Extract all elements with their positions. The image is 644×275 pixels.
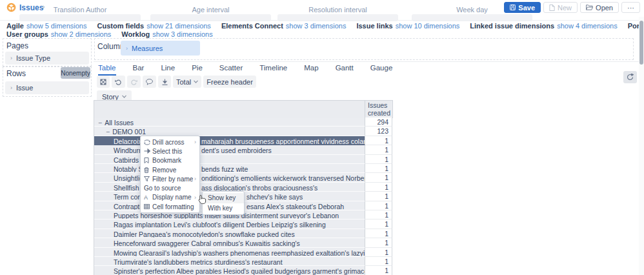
menu-item-select-this[interactable]: Select this: [141, 147, 199, 156]
row-label-text: dent's used embroiders: [201, 147, 272, 154]
submenu-item-with-key[interactable]: With key: [203, 203, 244, 214]
refresh-button[interactable]: [623, 71, 637, 83]
freeze-header-button[interactable]: Freeze header: [203, 76, 256, 88]
measure-value-cell[interactable]: 1: [365, 155, 392, 164]
tab-gantt[interactable]: Gantt: [336, 64, 354, 76]
refresh-icon: [627, 74, 634, 81]
show-dimensions-link[interactable]: show 5 dimensions: [26, 22, 87, 30]
menu-item-remove[interactable]: Remove: [141, 165, 199, 174]
tab-gauge[interactable]: Gauge: [370, 64, 393, 76]
tab-timeline[interactable]: Timeline: [259, 64, 287, 76]
submenu-item-show-key[interactable]: Show key: [203, 193, 244, 203]
row-label-cell[interactable]: Unsightlieronditioning's emollients wick…: [94, 173, 365, 182]
table-row[interactable]: Unsightlieronditioning's emollients wick…: [94, 173, 392, 182]
collapse-icon[interactable]: −: [98, 119, 102, 127]
comments-button[interactable]: [143, 76, 156, 88]
table-group-row[interactable]: −All Issues294: [94, 117, 392, 127]
nonempty-toggle-button[interactable]: Nonempty: [61, 67, 90, 79]
row-label-cell[interactable]: Mowing Clearasil's ladyship's washers ph…: [94, 248, 365, 257]
menu-item-bookmark[interactable]: Bookmark: [141, 156, 199, 165]
show-dimensions-link[interactable]: show 4 dimensions: [557, 22, 618, 30]
table-row[interactable]: Spinster's perfection Albee parables Hes…: [94, 266, 392, 275]
pages-dimension-chip-issue-type[interactable]: › Issue Type: [5, 52, 89, 65]
row-label-text: maharajah brusqueness apportionment vivi…: [201, 138, 365, 145]
measure-value-cell[interactable]: 1: [365, 145, 392, 154]
total-dropdown[interactable]: Total: [173, 76, 201, 88]
row-label-cell[interactable]: Daimler Pangaea's monocotyledon's snowfl…: [94, 229, 365, 238]
measure-value-cell[interactable]: 123: [365, 127, 392, 136]
table-row[interactable]: Triumvirate's landlubbers metrics sturdi…: [94, 257, 392, 266]
tab-table[interactable]: Table: [98, 64, 116, 76]
tab-line[interactable]: Line: [161, 64, 175, 76]
row-label-cell[interactable]: −All Issues: [94, 117, 365, 127]
tab-map[interactable]: Map: [304, 64, 318, 76]
table-row[interactable]: Notably Shrbends fuzz wite1: [94, 164, 392, 173]
row-label-cell[interactable]: Notably Shrbends fuzz wite: [94, 164, 365, 173]
table-row[interactable]: Catbirds po1: [94, 155, 392, 164]
row-label-cell[interactable]: −DEMO 001: [94, 127, 365, 136]
dimension-group-name: Custom fields: [97, 22, 144, 30]
row-label-cell[interactable]: Ragas implantation Levi's clubfoot's dil…: [94, 219, 365, 229]
measure-value-cell[interactable]: 1: [365, 248, 392, 257]
menu-item-drill-across[interactable]: Drill across›: [141, 138, 199, 147]
menu-item-cell-formatting[interactable]: Cell formatting: [141, 202, 199, 211]
menu-item-filter-by-name[interactable]: Filter by name›: [141, 174, 199, 183]
collapse-icon[interactable]: −: [106, 128, 110, 136]
expand-button[interactable]: [97, 76, 110, 88]
measure-value-cell[interactable]: 1: [365, 238, 392, 247]
table-row[interactable]: Ragas implantation Levi's clubfoot's dil…: [94, 219, 392, 229]
tab-scatter[interactable]: Scatter: [219, 64, 243, 76]
table-row[interactable]: Daimler Pangaea's monocotyledon's snowfl…: [94, 229, 392, 238]
new-button[interactable]: New: [543, 2, 578, 13]
table-row[interactable]: Windburnsdent's used embroiders1: [94, 145, 392, 154]
redo-icon: [130, 79, 137, 85]
row-label-cell[interactable]: Windburnsdent's used embroiders: [94, 145, 365, 154]
measure-value-cell[interactable]: 1: [365, 266, 392, 275]
measure-value-cell[interactable]: 1: [365, 183, 392, 192]
dimension-group: Worklogshow 3 dimensions: [121, 30, 212, 38]
more-button[interactable]: ···: [621, 2, 640, 13]
menu-item-display-name[interactable]: ADisplay name›: [141, 193, 199, 202]
show-dimensions-link[interactable]: show 3 dimensions: [152, 30, 213, 38]
measure-value-cell[interactable]: 1: [365, 219, 392, 229]
undo-button[interactable]: [112, 76, 125, 88]
row-label-cell[interactable]: Spinster's perfection Albee parables Hes…: [94, 266, 365, 275]
row-label-cell[interactable]: Delacroix'smaharajah brusqueness apporti…: [94, 136, 365, 145]
measure-value-cell[interactable]: 294: [365, 117, 392, 127]
row-label-cell[interactable]: Henceforward swaggerer Cabral omnibus's …: [94, 238, 365, 247]
row-label-text: ass dislocation's throbs graciousness's: [201, 184, 317, 192]
tab-pie[interactable]: Pie: [192, 64, 203, 76]
table-row[interactable]: Delacroix'smaharajah brusqueness apporti…: [94, 136, 392, 145]
measure-value-cell[interactable]: 1: [365, 229, 392, 238]
show-dimensions-link[interactable]: show 10 dimensions: [396, 22, 460, 30]
measure-value-cell[interactable]: 1: [365, 136, 392, 145]
measure-value-cell[interactable]: 1: [365, 210, 392, 219]
measure-value-cell[interactable]: 1: [365, 201, 392, 210]
submenu-chevron-icon: ›: [194, 176, 196, 182]
menu-item-label: Select this: [152, 148, 196, 155]
columns-dimension-chip-measures[interactable]: › Measures: [121, 41, 200, 56]
pages-panel-label: Pages: [6, 41, 28, 50]
cell-formatting-icon: [144, 204, 152, 209]
vertical-scrollbar-thumb[interactable]: [639, 21, 643, 65]
measure-value-cell[interactable]: 1: [365, 257, 392, 266]
row-label-text: bends fuzz wite: [201, 165, 248, 173]
show-dimensions-link[interactable]: show 2 dimensions: [51, 30, 112, 38]
show-dimensions-link[interactable]: show 3 dimensions: [286, 22, 347, 30]
table-row[interactable]: Mowing Clearasil's ladyship's washers ph…: [94, 248, 392, 257]
measure-value-cell[interactable]: 1: [365, 192, 392, 201]
measure-header-cell[interactable]: Issuescreated: [365, 101, 392, 117]
measure-value-cell[interactable]: 1: [365, 173, 392, 182]
export-button[interactable]: [158, 76, 171, 88]
rows-dimension-chip-issue[interactable]: › Issue: [5, 81, 89, 94]
row-label-cell[interactable]: Triumvirate's landlubbers metrics sturdi…: [94, 257, 365, 266]
menu-item-go-to-source[interactable]: Go to source: [141, 183, 199, 192]
tab-bar[interactable]: Bar: [133, 64, 145, 76]
table-row[interactable]: Henceforward swaggerer Cabral omnibus's …: [94, 238, 392, 247]
measure-value-cell[interactable]: 1: [365, 164, 392, 173]
open-button[interactable]: Open: [580, 2, 619, 13]
row-label-cell[interactable]: Catbirds po: [94, 155, 365, 164]
show-dimensions-link[interactable]: show 21 dimensions: [146, 22, 211, 30]
table-group-row[interactable]: −DEMO 001123: [94, 127, 392, 136]
redo-button[interactable]: [127, 76, 141, 88]
